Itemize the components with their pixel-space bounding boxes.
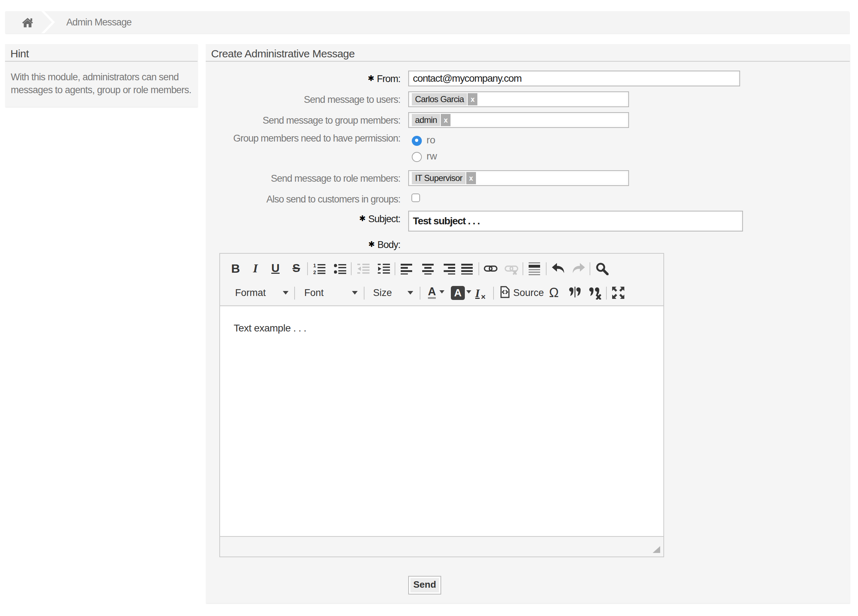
- svg-text:2: 2: [313, 270, 316, 275]
- svg-text:1: 1: [313, 263, 316, 268]
